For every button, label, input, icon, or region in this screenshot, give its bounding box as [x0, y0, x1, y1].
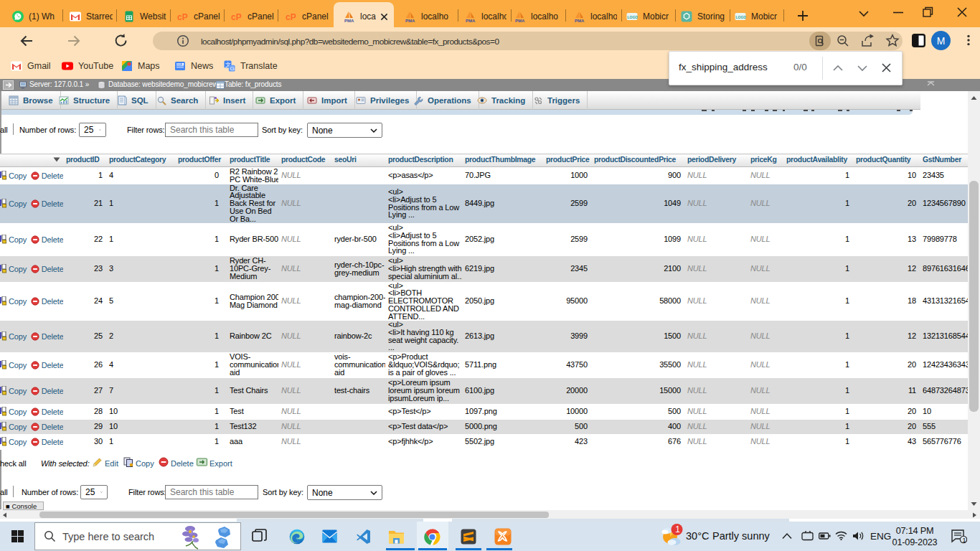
svg-text:LOGO: LOGO	[628, 15, 639, 19]
svg-text:PMA: PMA	[344, 19, 354, 23]
svg-text:LOGO: LOGO	[736, 15, 747, 19]
svg-text:cP: cP	[177, 12, 188, 22]
svg-text:PMA: PMA	[405, 19, 415, 23]
svg-text:cP: cP	[231, 12, 242, 22]
svg-text:1: 1	[963, 537, 966, 544]
svg-text:G: G	[230, 65, 235, 72]
svg-text:1: 1	[675, 524, 680, 534]
svg-text:cP: cP	[286, 12, 296, 22]
svg-text:PMA: PMA	[575, 19, 585, 23]
svg-text:PMA: PMA	[515, 19, 525, 23]
svg-text:PMA: PMA	[466, 19, 476, 23]
